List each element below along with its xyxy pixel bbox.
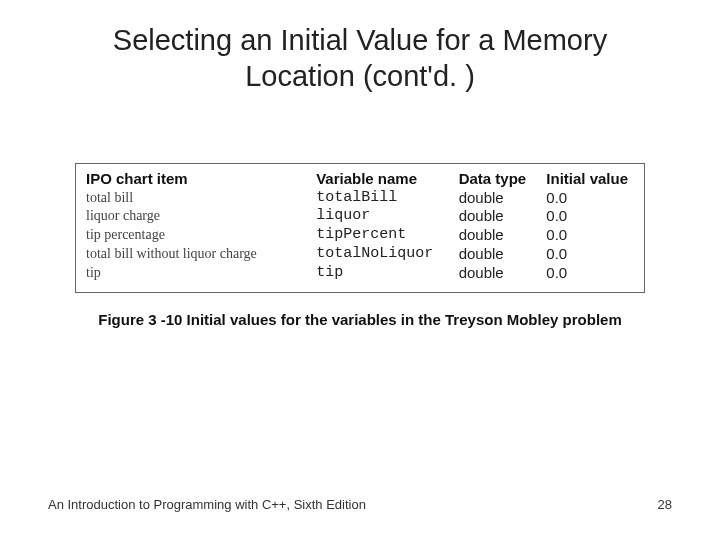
header-initval: Initial value — [546, 170, 634, 189]
cell-item: liquor charge — [86, 207, 316, 226]
cell-datatype: double — [459, 189, 547, 208]
cell-varname: tip — [316, 264, 458, 283]
cell-varname: tipPercent — [316, 226, 458, 245]
cell-item: total bill — [86, 189, 316, 208]
table-row: tip tip double 0.0 — [86, 264, 634, 283]
table-row: tip percentage tipPercent double 0.0 — [86, 226, 634, 245]
ipo-table: IPO chart item Variable name Data type I… — [86, 170, 634, 283]
title-line-1: Selecting an Initial Value for a Memory — [113, 24, 607, 56]
cell-item: tip percentage — [86, 226, 316, 245]
cell-varname: liquor — [316, 207, 458, 226]
table-row: liquor charge liquor double 0.0 — [86, 207, 634, 226]
cell-datatype: double — [459, 264, 547, 283]
slide-footer: An Introduction to Programming with C++,… — [48, 497, 672, 512]
cell-varname: totalNoLiquor — [316, 245, 458, 264]
cell-datatype: double — [459, 245, 547, 264]
table-header-row: IPO chart item Variable name Data type I… — [86, 170, 634, 189]
cell-initval: 0.0 — [546, 189, 634, 208]
title-line-2: Location (cont'd. ) — [245, 60, 475, 92]
cell-initval: 0.0 — [546, 226, 634, 245]
cell-item: total bill without liquor charge — [86, 245, 316, 264]
cell-item: tip — [86, 264, 316, 283]
ipo-chart-box: IPO chart item Variable name Data type I… — [75, 163, 645, 294]
table-row: total bill without liquor charge totalNo… — [86, 245, 634, 264]
cell-initval: 0.0 — [546, 245, 634, 264]
footer-page-number: 28 — [658, 497, 672, 512]
table-row: total bill totalBill double 0.0 — [86, 189, 634, 208]
footer-book-title: An Introduction to Programming with C++,… — [48, 497, 366, 512]
cell-datatype: double — [459, 207, 547, 226]
header-datatype: Data type — [459, 170, 547, 189]
cell-varname: totalBill — [316, 189, 458, 208]
cell-datatype: double — [459, 226, 547, 245]
figure-caption: Figure 3 -10 Initial values for the vari… — [0, 311, 720, 328]
header-item: IPO chart item — [86, 170, 316, 189]
header-varname: Variable name — [316, 170, 458, 189]
cell-initval: 0.0 — [546, 207, 634, 226]
cell-initval: 0.0 — [546, 264, 634, 283]
slide-title: Selecting an Initial Value for a Memory … — [0, 0, 720, 95]
